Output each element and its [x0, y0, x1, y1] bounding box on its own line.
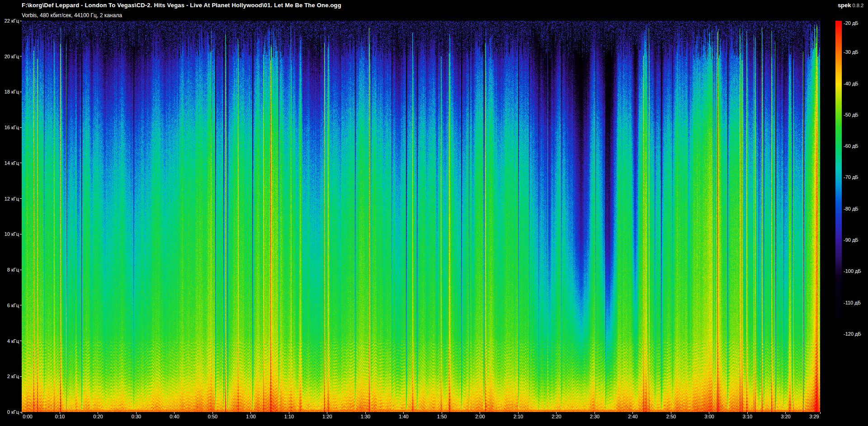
freq-tick: [20, 305, 22, 305]
legend-db-label: -20 дБ: [844, 20, 859, 26]
legend-db-label: -70 дБ: [844, 174, 859, 180]
freq-axis-label: 0 кГц: [0, 409, 19, 415]
legend-db-label: -90 дБ: [844, 237, 859, 243]
time-axis-label: 2:40: [628, 414, 637, 419]
time-axis-label: 0:20: [93, 414, 103, 419]
legend-db-label: -40 дБ: [844, 81, 859, 86]
freq-axis-label: 10 кГц: [0, 231, 19, 237]
time-axis-label: 3:10: [743, 414, 752, 419]
freq-axis-label: 16 кГц: [0, 125, 19, 130]
spek-window: F:\korg\Def Leppard - London To Vegas\CD…: [0, 0, 868, 426]
time-axis-label: 0:10: [55, 414, 65, 419]
freq-tick: [20, 21, 22, 21]
legend-db-label: -30 дБ: [844, 49, 859, 55]
freq-axis-label: 14 кГц: [0, 160, 19, 166]
freq-axis-label: 6 кГц: [0, 303, 19, 308]
time-axis-label: 2:10: [514, 414, 523, 419]
freq-axis-label: 22 кГц: [0, 18, 19, 23]
time-tick: [22, 412, 22, 414]
time-axis-label: 0:50: [208, 414, 217, 419]
time-axis-label: 0:30: [132, 414, 141, 419]
freq-axis-label: 4 кГц: [0, 338, 19, 344]
time-axis-label: 3:00: [704, 414, 714, 419]
time-axis-label: 2:20: [552, 414, 561, 419]
time-axis-label: 2:00: [475, 414, 485, 419]
legend-gradient-bar: [835, 21, 842, 412]
time-axis-label: 0:40: [170, 414, 179, 419]
legend-db-label: -100 дБ: [844, 268, 861, 274]
legend-db-label: -80 дБ: [844, 206, 859, 211]
time-tick: [820, 412, 821, 414]
time-axis-label: 3:29: [809, 414, 819, 419]
time-axis-label: 1:10: [284, 414, 294, 419]
freq-tick: [20, 270, 22, 270]
freq-tick: [20, 92, 22, 92]
legend-db-label: -110 дБ: [844, 300, 861, 305]
freq-axis-label: 12 кГц: [0, 196, 19, 201]
freq-tick: [20, 234, 22, 234]
file-path-title: F:\korg\Def Leppard - London To Vegas\CD…: [22, 2, 341, 9]
app-name: spek: [838, 2, 851, 9]
freq-tick: [20, 376, 22, 377]
time-axis-label: 1:50: [437, 414, 447, 419]
time-axis-label: 2:50: [666, 414, 676, 419]
time-axis-label: 1:40: [399, 414, 408, 419]
legend-db-label: -50 дБ: [844, 112, 859, 117]
freq-axis-label: 8 кГц: [0, 267, 19, 272]
time-axis-label: 1:30: [361, 414, 370, 419]
time-axis-label: 3:20: [781, 414, 790, 419]
freq-tick: [20, 127, 22, 128]
freq-tick: [20, 341, 22, 341]
freq-axis-label: 20 кГц: [0, 54, 19, 59]
time-axis-label: 0:00: [23, 414, 32, 419]
freq-tick: [20, 198, 22, 199]
stream-info: Vorbis, 480 кбит/сек, 44100 Гц, 2 канала: [22, 12, 122, 19]
app-brand: spek0.8.2: [838, 2, 863, 9]
freq-tick: [20, 163, 22, 163]
app-version: 0.8.2: [853, 3, 863, 8]
freq-axis-label: 2 кГц: [0, 374, 19, 379]
freq-axis-label: 18 кГц: [0, 89, 19, 94]
time-axis-label: 2:30: [590, 414, 599, 419]
spectrogram-canvas: [22, 21, 820, 412]
time-axis-label: 1:20: [322, 414, 332, 419]
legend-db-label: -120 дБ: [844, 331, 861, 337]
legend-db-label: -60 дБ: [844, 143, 859, 149]
time-axis-label: 1:00: [246, 414, 255, 419]
freq-tick: [20, 56, 22, 56]
